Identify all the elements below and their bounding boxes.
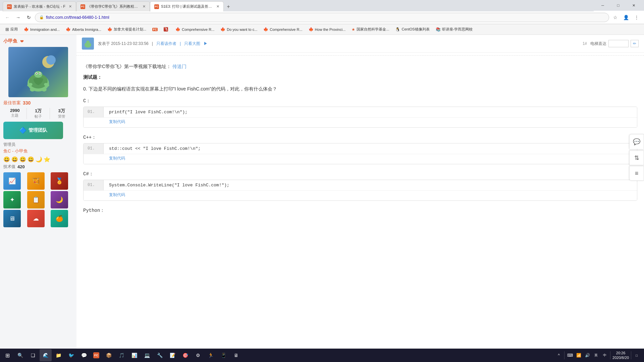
tab-3[interactable]: FC S1E3: 打印 | 课后测试题及答案... ✕ <box>150 1 224 11</box>
stat-posts: 1万 帖子 <box>27 108 50 119</box>
tray-arrow-icon[interactable]: ^ <box>555 352 562 359</box>
back-button[interactable]: ← <box>3 13 12 22</box>
float-chat-button[interactable]: 💬 <box>629 134 644 149</box>
profile-button[interactable]: 👤 <box>621 13 631 22</box>
test-label: 测试题： <box>83 74 637 80</box>
bookmark-apps[interactable]: ⊞ 应用 <box>3 25 20 34</box>
best-answer-count: 330 <box>23 100 31 106</box>
fishc-button[interactable]: FC <box>91 349 102 361</box>
author-only-link[interactable]: 只看该作者 <box>156 41 176 46</box>
user-avatar <box>8 47 68 97</box>
tray-clock[interactable]: 20:26 2020/8/20 <box>612 351 629 360</box>
tray-keyboard-icon[interactable]: ⌨ <box>567 352 573 359</box>
bookmark-alberta[interactable]: 🍁 Alberta Immigra... <box>63 25 104 34</box>
bookmark-alberta-label: Alberta Immigra... <box>72 27 101 32</box>
separator-line <box>76 55 644 56</box>
reload-button[interactable]: ↻ <box>24 13 34 22</box>
app8-button[interactable]: 🎯 <box>179 349 191 361</box>
menu-button[interactable]: ⋮ <box>632 13 641 22</box>
large-image-link[interactable]: 只看大图 <box>184 41 200 46</box>
app5-button[interactable]: 💻 <box>141 349 153 361</box>
tray-volume-icon[interactable]: 🔊 <box>584 352 591 359</box>
copy-btn-cpp[interactable]: 复制代码 <box>84 154 637 164</box>
app9-icon: 🏃 <box>207 352 214 359</box>
explorer-button[interactable]: 📁 <box>52 349 64 361</box>
app6-button[interactable]: 🔧 <box>154 349 166 361</box>
forward-button[interactable]: → <box>13 13 23 22</box>
bookmark-pnp-label: 加拿大省提名计划... <box>114 27 146 32</box>
bookmark-star-button[interactable]: ☆ <box>610 13 620 22</box>
show-desktop-button[interactable]: □ <box>633 352 640 359</box>
app10-button[interactable]: 📱 <box>217 349 229 361</box>
task-view-button[interactable]: ❑ <box>27 349 39 361</box>
page-wrapper: 小甲鱼 ❤ <box>0 35 644 350</box>
stat-posts-label: 帖子 <box>27 114 50 119</box>
bookmark-doyou[interactable]: 🍁 Do you want to c... <box>218 25 260 34</box>
minimize-button[interactable]: ─ <box>595 0 610 11</box>
app7-button[interactable]: 📝 <box>166 349 178 361</box>
app11-button[interactable]: 🖥 <box>230 349 242 361</box>
bookmark-comp1[interactable]: 🍁 Comprehensive R... <box>173 25 217 34</box>
maximize-button[interactable]: □ <box>610 0 626 11</box>
user-stats: 最佳答案 330 2990 主题 1万 帖子 3万 荣誉 <box>3 100 73 227</box>
bookmark-fishc[interactable]: FC <box>150 25 160 34</box>
tab-3-title: S1E3: 打印 | 课后测试题及答案... <box>161 4 213 9</box>
tray-lang-en[interactable]: 英 <box>593 352 599 359</box>
badge-item-9: 🍊 <box>51 210 68 227</box>
post-avatar-img <box>82 38 94 50</box>
video-link[interactable]: 传送门 <box>172 64 186 69</box>
app4-icon: 📊 <box>131 352 138 359</box>
wechat-button[interactable]: 💬 <box>78 349 90 361</box>
tab-1-close[interactable]: ✕ <box>69 4 72 9</box>
browser-taskbar-button[interactable]: 🌊 <box>40 349 52 361</box>
bookmark-how[interactable]: 🍁 How the Provinci... <box>306 25 348 34</box>
tab-2-close[interactable]: ✕ <box>143 4 146 9</box>
manage-banner[interactable]: 🔷 管理团队 <box>3 122 63 139</box>
bookmark-comp2[interactable]: 🍁 Comprehensive R... <box>261 25 305 34</box>
admin-label: 管理员 <box>3 142 73 147</box>
post-body: 《带你学C带你飞》第一季视频下载地址： 传送门 测试题： 0. 下边是不同的编程… <box>76 58 644 222</box>
app9-button[interactable]: 🏃 <box>205 349 217 361</box>
copy-btn-c[interactable]: 复制代码 <box>84 117 637 127</box>
tray-network-icon[interactable]: 📶 <box>575 352 582 359</box>
close-button[interactable]: ✕ <box>626 0 641 11</box>
bookmark-nsf[interactable]: ★ 国家自然科学基金... <box>349 25 392 34</box>
code-block-cpp: 01. std::cout << "I love FishC.com!\n"; … <box>83 143 637 164</box>
bookmark-pnp-icon: 🍁 <box>107 27 112 32</box>
bookmark-how-icon: 🍁 <box>309 27 314 32</box>
bookmark-fly[interactable]: 飞 <box>161 25 172 34</box>
copy-btn-csharp[interactable]: 复制代码 <box>84 190 637 200</box>
heart-icon: ❤ <box>20 39 24 44</box>
bookmark-centos[interactable]: 🐧 CentOS镜像列表 <box>392 25 432 34</box>
right-float-buttons: 💬 ⇅ ≡ <box>629 134 644 181</box>
bookmark-immigration[interactable]: 🍁 Immigration and... <box>21 25 62 34</box>
float-list-button[interactable]: ≡ <box>629 166 644 181</box>
app3-button[interactable]: 🎵 <box>115 349 127 361</box>
bookmark-pnp[interactable]: 🍁 加拿大省提名计划... <box>105 25 149 34</box>
start-button[interactable]: ⊞ <box>1 349 13 361</box>
tray-lang-zh[interactable]: 中 <box>601 352 608 359</box>
play-button[interactable]: ▶ <box>204 41 208 46</box>
app4-button[interactable]: 📊 <box>128 349 140 361</box>
address-bar[interactable]: 🔒 fishc.com.cn/thread-66480-1-1.html <box>35 13 609 22</box>
bookmark-doyou-label: Do you want to c... <box>227 27 257 32</box>
bookmark-nsf-label: 国家自然科学基金... <box>357 27 389 32</box>
elevator-go-button[interactable]: ✏ <box>631 40 639 47</box>
elevator-input[interactable] <box>608 40 629 47</box>
task-view-icon: ❑ <box>30 352 36 359</box>
lang-csharp-label: C#： <box>83 171 637 177</box>
title-bar: FC 发表贴子 - 吹水板 - 鱼C论坛 - F ✕ FC 《带你学C带你飞》系… <box>0 0 644 11</box>
badge-grid: 📈 🏹 🏅 ✦ 📋 🌙 🖥 ☁ 🍊 <box>3 172 73 227</box>
float-scroll-button[interactable]: ⇅ <box>629 150 644 165</box>
settings-button[interactable]: ⚙ <box>192 349 204 361</box>
best-answer-row: 最佳答案 330 <box>3 100 73 106</box>
code-line-num-cpp: 01. <box>84 143 104 154</box>
search-button[interactable]: 🔍 <box>14 349 26 361</box>
tab-1[interactable]: FC 发表贴子 - 吹水板 - 鱼C论坛 - F ✕ <box>3 1 76 11</box>
new-tab-button[interactable]: + <box>224 2 233 11</box>
tab-2[interactable]: FC 《带你学C带你飞》系列教程对... ✕ <box>76 1 150 11</box>
app1-button[interactable]: 🐦 <box>65 349 77 361</box>
app2-button[interactable]: 📦 <box>103 349 115 361</box>
bookmark-lecture[interactable]: 📚 听讲座-学而思网校 <box>433 25 476 34</box>
tab-3-close[interactable]: ✕ <box>216 4 219 9</box>
